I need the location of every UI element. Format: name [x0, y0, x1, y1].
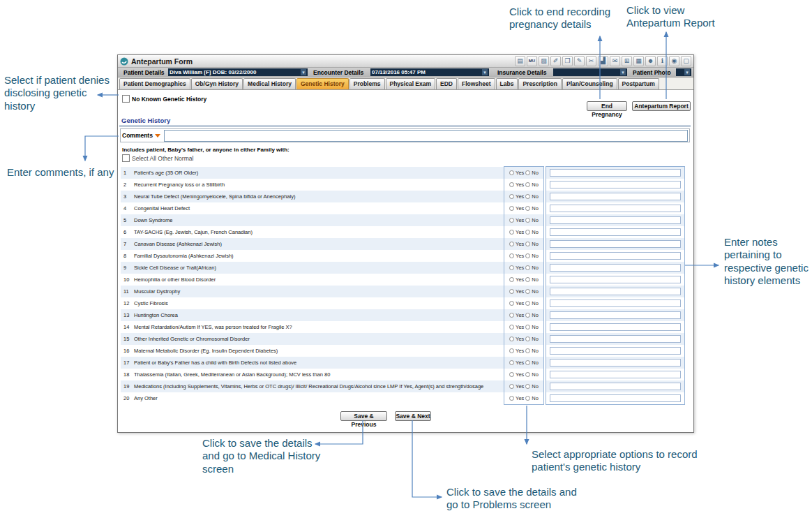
note-input[interactable] — [550, 252, 681, 260]
tab-ob-gyn-history[interactable]: Ob/Gyn History — [191, 78, 243, 89]
yes-radio[interactable] — [509, 360, 514, 365]
growth-chart-icon[interactable]: ▟ — [598, 56, 608, 66]
tab-physical-exam[interactable]: Physical Exam — [386, 78, 436, 89]
no-known-genetic-history-checkbox[interactable] — [122, 95, 130, 103]
no-radio[interactable] — [525, 253, 530, 258]
tab-plan-counseling[interactable]: Plan/Counseling — [562, 78, 617, 89]
yes-radio[interactable] — [509, 170, 514, 175]
note-input[interactable] — [550, 181, 681, 188]
tab-labs[interactable]: Labs — [496, 78, 518, 89]
save-previous-button[interactable]: Save & Previous — [340, 411, 387, 421]
no-radio[interactable] — [525, 206, 530, 211]
note-input[interactable] — [550, 288, 681, 295]
encounter-details-dropdown[interactable]: 07/13/2016 05:47 PM ▼ — [370, 68, 489, 76]
calendar-icon[interactable]: ▦ — [633, 56, 644, 66]
user-icon[interactable]: ☻ — [645, 56, 656, 66]
note-input[interactable] — [550, 264, 681, 272]
no-radio[interactable] — [525, 301, 530, 306]
yes-radio[interactable] — [509, 206, 514, 211]
mu-badge[interactable]: MU — [527, 56, 537, 66]
yes-radio[interactable] — [509, 253, 514, 258]
patient-photo-dropdown[interactable]: ▼ — [676, 68, 691, 76]
yes-radio[interactable] — [509, 372, 514, 377]
progress-note-icon[interactable]: ▤ — [515, 56, 525, 66]
tab-prescription[interactable]: Prescription — [518, 78, 562, 89]
insurance-details-dropdown[interactable]: ▼ — [553, 68, 627, 76]
yes-radio[interactable] — [509, 194, 514, 199]
mail-icon[interactable]: ✉ — [610, 56, 620, 66]
no-radio[interactable] — [525, 182, 530, 187]
no-radio[interactable] — [525, 289, 530, 294]
note-input[interactable] — [550, 311, 681, 319]
no-radio[interactable] — [525, 265, 530, 270]
yes-radio[interactable] — [509, 313, 514, 318]
no-radio[interactable] — [525, 325, 530, 330]
comments-dropdown-icon[interactable] — [155, 134, 160, 138]
yes-radio[interactable] — [509, 384, 514, 389]
yes-radio[interactable] — [509, 230, 514, 235]
note-input[interactable] — [550, 394, 681, 402]
tab-problems[interactable]: Problems — [349, 78, 385, 89]
logout-icon[interactable]: ◉ — [669, 56, 679, 66]
tab-postpartum[interactable]: Postpartum — [618, 78, 659, 89]
no-radio[interactable] — [525, 170, 530, 175]
end-pregnancy-button[interactable]: End Pregnancy — [587, 101, 627, 111]
note-input[interactable] — [550, 240, 681, 248]
tab-edd[interactable]: EDD — [436, 78, 457, 89]
note-input[interactable] — [550, 276, 681, 283]
pencil-icon[interactable]: ✎ — [574, 56, 585, 66]
yes-radio[interactable] — [509, 265, 514, 270]
no-radio[interactable] — [525, 336, 530, 341]
note-input[interactable] — [550, 193, 681, 200]
note-input[interactable] — [550, 359, 681, 367]
patient-details-dropdown[interactable]: Diva William [F] DOB: 03/22/2000 ▼ — [168, 68, 308, 76]
yes-radio[interactable] — [509, 348, 514, 353]
save-next-button[interactable]: Save & Next — [395, 411, 431, 421]
yes-radio[interactable] — [509, 336, 514, 341]
scissors-icon[interactable]: ✂ — [586, 56, 596, 66]
no-radio[interactable] — [525, 218, 530, 223]
no-radio[interactable] — [525, 313, 530, 318]
yes-radio[interactable] — [509, 182, 514, 187]
note-input[interactable] — [550, 335, 681, 343]
no-radio[interactable] — [525, 396, 530, 401]
select-all-other-normal-checkbox[interactable] — [122, 154, 130, 162]
no-radio[interactable] — [525, 384, 530, 389]
yes-radio[interactable] — [509, 301, 514, 306]
note-input[interactable] — [550, 347, 681, 355]
no-radio[interactable] — [525, 230, 530, 235]
calculator-icon[interactable]: ⊞ — [622, 56, 632, 66]
no-radio[interactable] — [525, 194, 530, 199]
note-input[interactable] — [550, 169, 681, 177]
copy-icon[interactable]: ❐ — [562, 56, 573, 66]
note-input[interactable] — [550, 383, 681, 390]
note-input[interactable] — [550, 216, 681, 224]
no-radio[interactable] — [525, 360, 530, 365]
no-radio[interactable] — [525, 372, 530, 377]
yes-radio[interactable] — [509, 277, 514, 282]
tab-patient-demographics[interactable]: Patient Demographics — [119, 78, 190, 89]
note-input[interactable] — [550, 323, 681, 331]
yes-radio[interactable] — [509, 325, 514, 330]
tab-flowsheet[interactable]: Flowsheet — [458, 78, 495, 89]
tab-medical-history[interactable]: Medical History — [243, 78, 296, 89]
yes-radio[interactable] — [509, 218, 514, 223]
yes-radio[interactable] — [509, 289, 514, 294]
note-input[interactable] — [550, 371, 681, 378]
info-icon[interactable]: ℹ — [657, 56, 668, 66]
note-input[interactable] — [550, 205, 681, 212]
note-input[interactable] — [550, 299, 681, 307]
injection-icon[interactable]: ✐ — [550, 56, 561, 66]
yes-radio[interactable] — [509, 242, 514, 246]
tab-genetic-history[interactable]: Genetic History — [296, 78, 349, 89]
antepartum-report-button[interactable]: Antepartum Report — [632, 101, 691, 111]
patient-details-value: Diva William [F] DOB: 03/22/2000 — [170, 69, 256, 75]
yes-radio[interactable] — [509, 396, 514, 401]
monitor-icon[interactable]: ▢ — [681, 56, 691, 66]
no-radio[interactable] — [525, 348, 530, 353]
no-radio[interactable] — [525, 242, 530, 246]
note-input[interactable] — [550, 228, 681, 236]
comments-input[interactable] — [164, 130, 688, 142]
no-radio[interactable] — [525, 277, 530, 282]
print-icon[interactable]: ▨ — [539, 56, 549, 66]
